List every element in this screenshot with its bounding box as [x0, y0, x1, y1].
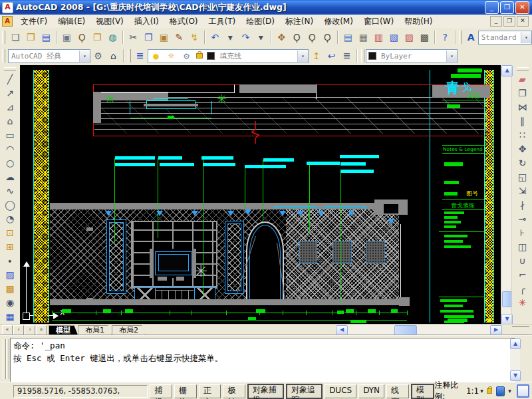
chevron-down-icon[interactable]: ▾ [480, 388, 483, 394]
cut-button[interactable]: ✂ [126, 30, 141, 45]
lock-icon[interactable] [487, 388, 493, 394]
mdi-restore-button[interactable]: ❐ [503, 16, 515, 27]
mdi-minimize-button[interactable]: _ [490, 16, 502, 27]
command-text-area[interactable]: 命令: '_pan按 Esc 或 Enter 键退出，或单击右键显示快捷菜单。 [10, 338, 515, 384]
menu-insert[interactable]: 插入(I) [129, 15, 164, 29]
menu-draw[interactable]: 绘图(D) [241, 15, 280, 29]
tool-palettes-button[interactable]: ▥ [371, 30, 386, 45]
status-menu-arrow-icon[interactable]: ▾ [508, 388, 511, 394]
gradient-button[interactable]: ▩ [3, 281, 17, 295]
quickcalc-button[interactable]: ▩ [417, 30, 432, 45]
toggle-grid[interactable]: 栅格 [174, 384, 197, 398]
line-button[interactable]: ╱ [3, 72, 17, 86]
break-button[interactable]: ◫ [515, 239, 530, 253]
qnew-button[interactable]: ❏ [8, 30, 23, 45]
copy-button[interactable]: ❐ [515, 86, 530, 100]
menu-format[interactable]: 格式(O) [164, 15, 203, 29]
zoom-realtime-button[interactable]: Ϙ [289, 30, 305, 45]
rotate-button[interactable]: ↻ [515, 156, 530, 170]
menu-tools[interactable]: 工具(T) [203, 15, 241, 29]
tab-layout1[interactable]: 布局1 [78, 325, 112, 335]
ellipse-arc-button[interactable]: ◔ [3, 211, 17, 225]
menu-view[interactable]: 视图(V) [90, 15, 129, 29]
layer-vp-freeze-button[interactable]: ⚙ [179, 49, 194, 64]
zoom-window-button[interactable]: Ϙ [305, 30, 320, 45]
menu-help[interactable]: 帮助(H) [399, 15, 438, 29]
text-style-button[interactable]: A [464, 30, 477, 45]
scroll-up-icon[interactable]: ▲ [510, 338, 521, 349]
tab-model[interactable]: 模型 [49, 325, 78, 335]
toggle-ducs[interactable]: DUCS [325, 384, 356, 398]
paste-button[interactable]: ▣ [156, 30, 172, 45]
copy-clip-button[interactable]: ❐ [141, 30, 156, 45]
table-button[interactable]: ▦ [3, 309, 17, 323]
vertical-scrollbar[interactable]: ▲ ▼ [501, 65, 512, 324]
toggle-lwt[interactable]: 线宽 [386, 384, 409, 398]
help-button[interactable]: ? [438, 30, 453, 45]
extend-button[interactable]: ⊸ [515, 211, 530, 225]
layer-combo[interactable]: ●☼⚙ 填充线 ▾ [148, 49, 309, 63]
make-block-button[interactable]: ⊞ [3, 239, 17, 253]
menu-dimension[interactable]: 标注(N) [280, 15, 319, 29]
tab-nav-next[interactable]: › [25, 325, 35, 335]
fillet-button[interactable]: ╭ [515, 281, 530, 295]
coordinate-readout[interactable]: 91958.5716, -55853.0763, 0.0000 [13, 385, 148, 398]
redo-drop-button[interactable]: ▾ [253, 30, 269, 45]
menu-modify[interactable]: 修改(M) [319, 15, 358, 29]
circle-button[interactable]: ○ [3, 156, 17, 170]
undo-button[interactable]: ↶ [207, 30, 223, 45]
publish-button[interactable]: ❐ [90, 30, 105, 45]
my-workspace-button[interactable]: ⌂ [106, 49, 121, 64]
tab-nav-prev[interactable]: ‹ [13, 325, 24, 335]
sheet-set-manager-button[interactable]: ▧ [386, 30, 402, 45]
construction-line-button[interactable]: ↗ [3, 86, 17, 100]
layer-previous-button[interactable]: ↩ [324, 49, 339, 64]
chevron-down-icon[interactable]: ▾ [521, 32, 531, 43]
zoom-previous-button[interactable]: Ϙ [320, 30, 335, 45]
insert-block-button[interactable]: ⊡ [3, 225, 17, 239]
chamfer-button[interactable]: ⌐ [515, 267, 530, 281]
rectangle-button[interactable]: ▭ [3, 128, 17, 142]
annotation-visibility-icon[interactable]: ✓ [496, 386, 505, 396]
restore-button[interactable]: ❐ [500, 1, 514, 14]
scale-button[interactable]: ◱ [515, 170, 530, 184]
undo-drop-button[interactable]: ▾ [223, 30, 238, 45]
workspace-settings-button[interactable]: ⚙ [90, 49, 106, 64]
close-button[interactable]: ✕ [515, 1, 529, 14]
point-button[interactable]: ∙ [3, 253, 17, 267]
layer-states-manager-button[interactable]: ≣ [339, 49, 354, 64]
chevron-down-icon[interactable]: ▾ [446, 51, 457, 62]
layer-properties-manager-button[interactable]: ≣ [132, 49, 148, 64]
toggle-model[interactable]: 模型 [411, 384, 435, 399]
etransmit-button[interactable]: ◍ [105, 30, 120, 45]
toolbar-grip[interactable] [2, 31, 5, 44]
stretch-button[interactable]: ⇲ [515, 184, 530, 198]
command-window-grip[interactable] [6, 339, 9, 379]
tab-nav-first[interactable]: « [2, 325, 13, 335]
layer-on-bulb-button[interactable]: ● [148, 49, 164, 64]
toolbar-grip[interactable] [4, 67, 16, 70]
chevron-down-icon[interactable]: ▾ [79, 51, 90, 62]
move-button[interactable]: ✥ [515, 142, 530, 156]
toolbar-grip[interactable] [361, 49, 364, 63]
scroll-right-icon[interactable]: ▶ [490, 325, 502, 335]
menu-window[interactable]: 窗口(W) [358, 15, 399, 29]
redo-button[interactable]: ↷ [238, 30, 253, 45]
toolbar-grip[interactable] [460, 31, 463, 44]
polyline-button[interactable]: ⊿ [3, 100, 17, 114]
arc-button[interactable]: ◠ [3, 142, 17, 156]
tab-layout2[interactable]: 布局2 [112, 325, 146, 335]
drawing-canvas[interactable]: X ✳ ✳ [20, 65, 501, 324]
menu-edit[interactable]: 编辑(E) [53, 15, 90, 29]
polygon-button[interactable]: ⌂ [3, 114, 17, 128]
hatch-button[interactable]: ▨ [3, 267, 17, 281]
revision-cloud-button[interactable]: ☁ [3, 170, 17, 184]
join-button[interactable]: ∪ [515, 253, 530, 267]
color-combo[interactable]: ByLayer ▾ [366, 49, 458, 63]
menu-file[interactable]: 文件(F) [15, 15, 53, 29]
minimize-button[interactable]: _ [485, 1, 499, 14]
markup-set-manager-button[interactable]: ▨ [402, 30, 417, 45]
toggle-polar[interactable]: 极轴 [223, 384, 245, 398]
block-lightning-button[interactable]: ↯ [187, 30, 202, 45]
toggle-dyn[interactable]: DYN [358, 384, 384, 398]
